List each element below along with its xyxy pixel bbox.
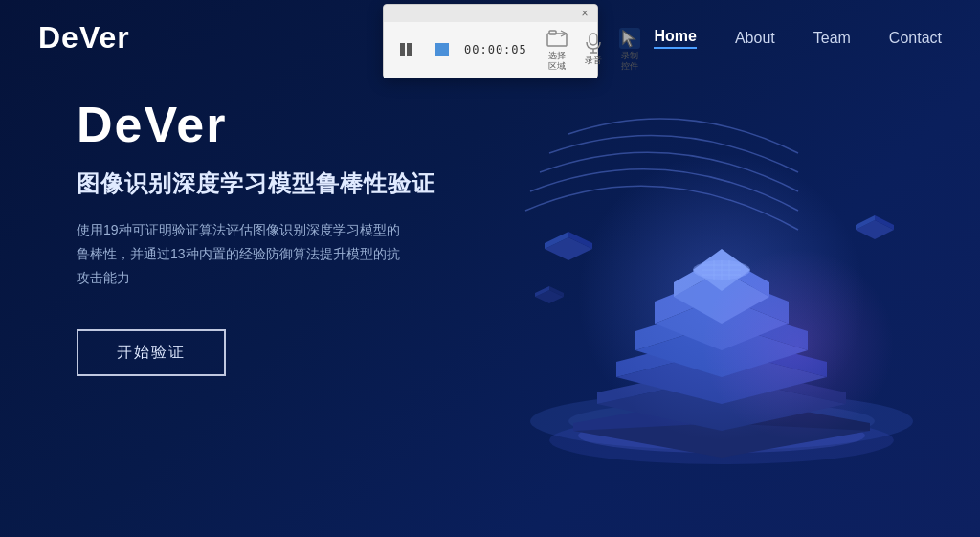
svg-point-40 (702, 249, 894, 440)
recorder-body: 00:00:05 选择区域 (384, 22, 597, 78)
pause-icon (395, 39, 416, 60)
nav-links: Home About Team Contact (654, 28, 942, 49)
hero-subtitle: 图像识别深度学习模型鲁棒性验证 (77, 168, 435, 199)
hero-description: 使用19种可证明验证算法评估图像识别深度学习模型的鲁棒性，并通过13种内置的经验… (77, 218, 402, 291)
recorder-timer: 00:00:05 (464, 43, 527, 56)
hero-section: DeVer 图像识别深度学习模型鲁棒性验证 使用19种可证明验证算法评估图像识别… (77, 96, 435, 376)
recorder-mic-button[interactable]: 录音 (579, 33, 608, 66)
nav-contact[interactable]: Contact (889, 30, 942, 47)
area-label: 选择区域 (548, 51, 566, 72)
nav-about[interactable]: About (735, 30, 775, 47)
recorder-controls-button[interactable]: 录制控件 (615, 28, 644, 72)
square-icon (432, 39, 453, 60)
recorder-pause-button[interactable] (391, 39, 420, 60)
svg-rect-45 (590, 34, 597, 45)
mic-label: 录音 (585, 56, 602, 66)
nav-team[interactable]: Team (813, 30, 851, 47)
cursor-icon (619, 28, 640, 49)
camera-icon (546, 28, 568, 49)
svg-rect-42 (549, 31, 556, 34)
recorder-area-button[interactable]: 选择区域 (543, 28, 571, 72)
recorder-titlebar: × (384, 5, 597, 22)
hero-title: DeVer (77, 96, 435, 153)
screen-recorder: × 00:00:05 (383, 4, 598, 78)
recorder-close-button[interactable]: × (578, 7, 591, 20)
nav-home[interactable]: Home (654, 28, 696, 49)
cta-button[interactable]: 开始验证 (77, 329, 226, 376)
recorder-stop-button[interactable] (428, 39, 457, 60)
hero-illustration (492, 57, 951, 517)
controls-label: 录制控件 (621, 51, 638, 72)
nav-logo: DeVer (38, 20, 130, 56)
mic-icon (583, 33, 604, 54)
